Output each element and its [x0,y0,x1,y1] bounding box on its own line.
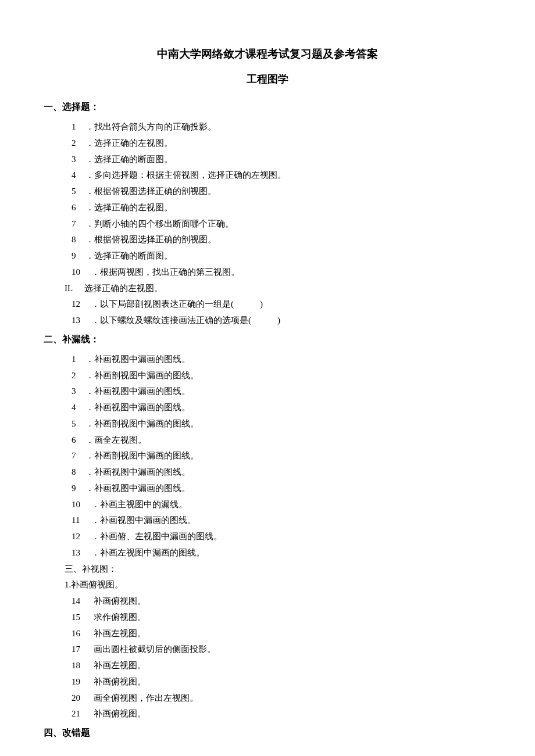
item-text: 补画俯视图。 [91,709,146,718]
item-text: 补画左视图。 [91,629,146,638]
item-number: 10 [72,264,91,281]
item-number: 4 [72,167,85,184]
item-number: 9 [72,481,85,497]
item-text: ．补画视图中漏画的图线。 [85,386,190,396]
item-text: ．选择正确的左视图。 [85,138,173,148]
list-item: 13．补画左视图中漏画的图线。 [72,545,491,561]
list-item: 18 补画左视图。 [72,658,491,674]
item-number: 18 [72,658,91,674]
item-number: 12 [72,296,91,313]
list-item: 9．补画视图中漏画的图线。 [72,481,491,497]
list-item: 1．补画视图中漏画的图线。 [72,352,491,368]
item-text: ．根据两视图，找出正确的第三视图。 [91,267,240,277]
item-text: ．补画剖视图中漏画的图线。 [85,419,199,428]
page-container: 中南大学网络敛才课程考试复习题及参考答案 工程图学 一、选择题：1．找出符合箭头… [0,0,535,756]
list-item: 3．选择正确的断面图。 [72,152,491,168]
item-text: ．补画视图中漏画的图线。 [85,467,190,476]
list-item: 1.补画俯视图。 [65,577,491,593]
list-item: 8．根据俯视图选择正确的剖视图。 [72,232,491,248]
item-number: 14 [72,593,91,610]
list-item: 8．补画视图中漏画的图线。 [72,464,491,481]
item-number: 11 [72,513,91,529]
list-item: 11．补画视图中漏画的图线。 [72,513,491,529]
item-text: 选择正确的左视图。 [84,284,163,293]
list-item: 7．补画剖视图中漏画的图线。 [72,448,491,464]
item-number: 21 [72,706,91,722]
item-text: 画全俯视图，作出左视图。 [91,693,198,703]
item-number: 6 [72,200,85,216]
item-text: 求作俯视图。 [91,612,146,622]
item-number: 7 [72,448,85,464]
item-text: ．补画左视图中漏画的图线。 [91,548,205,557]
item-text: ．补画视图中漏画的图线。 [91,515,196,525]
item-text: ．画全左视图。 [85,435,147,445]
item-text: ．补画视图中漏画的图线。 [85,403,190,412]
item-number: 5 [72,416,85,432]
list-item: 三、补视图： [65,561,491,578]
item-number: 2 [72,368,85,384]
item-text: ．补画俯、左视图中漏画的图线。 [91,532,222,541]
list-item: 17 画出圆柱被截切后的侧面投影。 [72,642,491,658]
list-item: 9．选择正确的断面图。 [72,248,491,264]
item-number: 9 [72,248,85,264]
list-item: 4．补画视图中漏画的图线。 [72,400,491,416]
item-text: 补画左视图。 [91,661,146,670]
item-text: ．根据俯视图选择正确的剖视图。 [85,187,216,196]
item-text: ．补画剖视图中漏画的图线。 [85,371,199,380]
item-number: 16 [72,626,91,642]
list-item: 12．以下局部剖视图表达正确的一组是( ) [72,296,491,313]
list-item: 20 画全俯视图，作出左视图。 [72,690,491,707]
list-item: 7．判断小轴的四个移出断面哪个正确。 [72,216,491,232]
item-text: ．选择正确的断面图。 [85,251,173,260]
item-text: ．补画视图中漏画的图线。 [85,354,190,364]
list-item: 10．补画主视图中的漏线。 [72,497,491,513]
item-number: 12 [72,529,91,545]
item-text: ．找出符合箭头方向的正确投影。 [85,122,216,131]
item-number: 13 [72,313,91,329]
item-text: ．选择正确的左视图。 [85,203,173,212]
item-text: 1.补画俯视图。 [65,580,123,589]
item-text: ．选择正确的断面图。 [85,155,173,164]
list-item: 2．补画剖视图中漏画的图线。 [72,368,491,384]
list-item: 19 补画俯视图。 [72,674,491,690]
list-item: 1．找出符合箭头方向的正确投影。 [72,119,491,135]
list-item: 5．补画剖视图中漏画的图线。 [72,416,491,432]
list-item: 10．根据两视图，找出正确的第三视图。 [72,264,491,281]
list-item: 6．选择正确的左视图。 [72,200,491,216]
item-number: 20 [72,690,91,707]
list-item: 6．画全左视图。 [72,432,491,449]
doc-title: 中南大学网络敛才课程考试复习题及参考答案 [44,46,491,62]
list-item: 4．多向选择题：根据主俯视图，选择正确的左视图。 [72,167,491,184]
item-text: ．根据俯视图选择正确的剖视图。 [85,235,216,244]
item-number: 3 [72,152,85,168]
item-number: 19 [72,674,91,690]
item-text: ．多向选择题：根据主俯视图，选择正确的左视图。 [85,170,286,180]
item-number: IL [65,281,84,297]
list-item: 15 求作俯视图。 [72,610,491,626]
list-item: 3．补画视图中漏画的图线。 [72,384,491,400]
item-number: 8 [72,232,85,248]
item-text: 画出圆柱被截切后的侧面投影。 [91,644,216,654]
list-item: 13．以下螺纹及螺纹连接画法正确的选项是( ) [72,313,491,329]
item-number: 13 [72,545,91,561]
content-area: 一、选择题：1．找出符合箭头方向的正确投影。2．选择正确的左视图。3．选择正确的… [44,101,491,739]
item-text: ．以下局部剖视图表达正确的一组是( ) [91,299,263,309]
item-text: 三、补视图： [65,564,117,574]
item-number: 4 [72,400,85,416]
section-header: 四、改错题 [44,727,491,739]
item-number: 1 [72,352,85,368]
item-number: 6 [72,432,85,449]
list-item: 2．选择正确的左视图。 [72,135,491,152]
item-number: 1 [72,119,85,135]
item-text: ．补画剖视图中漏画的图线。 [85,451,199,460]
item-number: 15 [72,610,91,626]
item-number: 8 [72,464,85,481]
section-header: 二、补漏线： [44,334,491,346]
item-text: 补画俯视图。 [91,596,146,605]
list-item: 14 补画俯视图。 [72,593,491,610]
list-item: IL选择正确的左视图。 [65,281,491,297]
item-text: 补画俯视图。 [91,677,146,686]
item-number: 5 [72,184,85,200]
item-text: ．以下螺纹及螺纹连接画法正确的选项是( ) [91,316,280,325]
section-header: 一、选择题： [44,101,491,113]
